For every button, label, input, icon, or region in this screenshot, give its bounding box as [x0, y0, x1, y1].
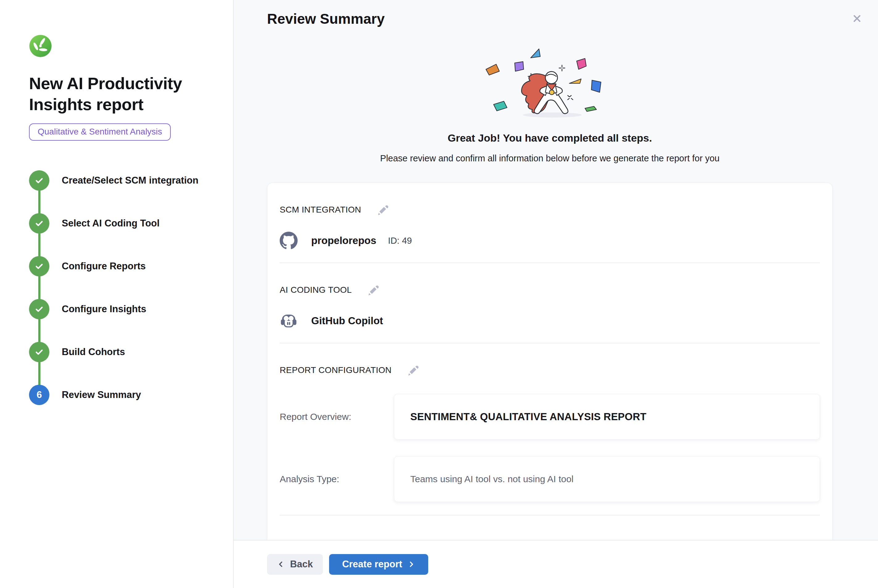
- step-label: Configure Insights: [62, 304, 146, 315]
- step-label: Create/Select SCM integration: [62, 175, 198, 186]
- analysis-type-row: Analysis Type: Teams using AI tool vs. n…: [280, 456, 820, 502]
- analysis-type-badge: Qualitative & Sentiment Analysis: [29, 123, 171, 141]
- create-report-button-label: Create report: [342, 559, 402, 570]
- scm-integration-section: SCM INTEGRATION: [280, 183, 820, 263]
- page-title: Review Summary: [267, 10, 385, 27]
- step-check-icon: [29, 170, 50, 190]
- analysis-type-label: Analysis Type:: [280, 474, 394, 484]
- sidebar: New AI Productivity Insights report Qual…: [0, 0, 234, 588]
- step-check-icon: [29, 299, 50, 319]
- analysis-type-value-box: Teams using AI tool vs. not using AI too…: [394, 456, 820, 502]
- step-create-select-scm[interactable]: Create/Select SCM integration: [29, 170, 221, 213]
- step-label: Select AI Coding Tool: [62, 218, 159, 229]
- analysis-type-value: Teams using AI tool vs. not using AI too…: [410, 474, 574, 484]
- step-build-cohorts[interactable]: Build Cohorts: [29, 342, 221, 385]
- step-check-icon: [29, 213, 50, 234]
- report-overview-value-box: SENTIMENT& QUALITATIVE ANALYSIS REPORT: [394, 394, 820, 440]
- edit-scm-pencil-icon[interactable]: [376, 202, 390, 217]
- wizard-title: New AI Productivity Insights report: [29, 73, 189, 115]
- propeller-logo-icon: [29, 34, 52, 57]
- ai-tool-name: GitHub Copilot: [311, 315, 383, 327]
- step-number-badge: 6: [29, 385, 50, 405]
- report-overview-value: SENTIMENT& QUALITATIVE ANALYSIS REPORT: [410, 411, 646, 423]
- github-icon: [280, 232, 298, 250]
- step-configure-reports[interactable]: Configure Reports: [29, 256, 221, 299]
- app-window: New AI Productivity Insights report Qual…: [0, 0, 878, 588]
- panel-body: Great Job! You have completed all steps.…: [234, 27, 878, 540]
- edit-tool-pencil-icon[interactable]: [367, 283, 380, 297]
- step-select-ai-tool[interactable]: Select AI Coding Tool: [29, 213, 221, 256]
- report-section-title: REPORT CONFIGURATION: [280, 365, 391, 375]
- congrats-heading: Great Job! You have completed all steps.: [267, 132, 833, 144]
- panel-footer: Back Create report: [234, 540, 878, 588]
- edit-report-pencil-icon[interactable]: [406, 363, 421, 377]
- scm-integration-id: ID: 49: [388, 236, 412, 246]
- step-check-icon: [29, 342, 50, 362]
- back-button[interactable]: Back: [267, 554, 323, 575]
- review-summary-panel: Review Summary: [234, 0, 878, 588]
- report-overview-row: Report Overview: SENTIMENT& QUALITATIVE …: [280, 394, 820, 440]
- report-overview-label: Report Overview:: [280, 411, 394, 422]
- close-icon[interactable]: [851, 12, 863, 26]
- create-report-button[interactable]: Create report: [329, 554, 428, 575]
- chevron-left-icon: [277, 560, 285, 568]
- wizard-stepper: Create/Select SCM integration Select AI …: [29, 170, 221, 405]
- celebration-hero-illustration: [479, 44, 621, 118]
- tool-section-title: AI CODING TOOL: [280, 285, 352, 295]
- summary-card: SCM INTEGRATION: [267, 183, 833, 540]
- back-button-label: Back: [290, 559, 313, 570]
- step-check-icon: [29, 256, 50, 276]
- scm-section-title: SCM INTEGRATION: [280, 205, 361, 215]
- step-configure-insights[interactable]: Configure Insights: [29, 299, 221, 342]
- copilot-icon: [280, 312, 298, 330]
- chevron-right-icon: [407, 560, 415, 568]
- congrats-block: Great Job! You have completed all steps.…: [267, 44, 833, 164]
- congrats-subtext: Please review and confirm all informatio…: [267, 153, 833, 164]
- step-label: Review Summary: [62, 389, 141, 400]
- step-label: Build Cohorts: [62, 346, 125, 357]
- scm-integration-name: propelorepos: [311, 235, 376, 246]
- step-review-summary[interactable]: 6 Review Summary: [29, 385, 221, 405]
- report-configuration-section: REPORT CONFIGURATION Report Overview:: [280, 344, 820, 516]
- ai-coding-tool-section: AI CODING TOOL: [280, 263, 820, 344]
- step-label: Configure Reports: [62, 261, 146, 272]
- panel-header: Review Summary: [234, 0, 878, 27]
